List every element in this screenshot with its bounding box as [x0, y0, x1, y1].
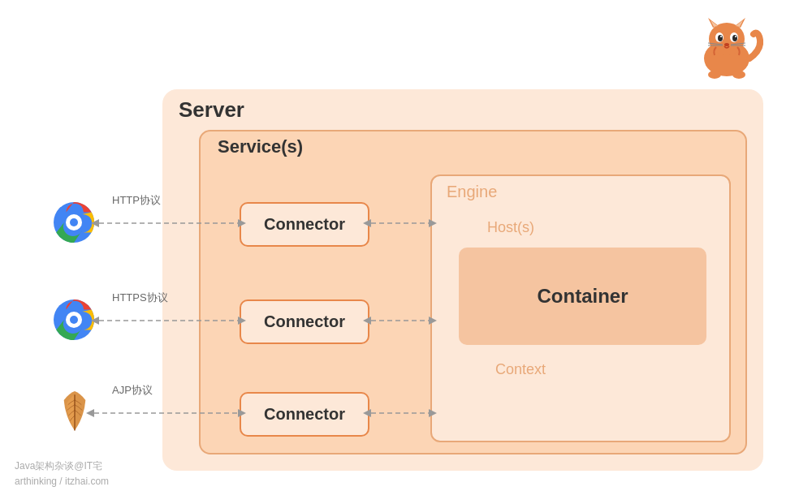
watermark: Java架构杂谈@IT宅 arthinking / itzhai.com [15, 459, 109, 489]
diagram-container: Server Service(s) Engine Host(s) Contain… [0, 0, 812, 504]
engine-label: Engine [447, 183, 497, 201]
svg-point-22 [70, 218, 78, 226]
svg-point-10 [720, 36, 722, 37]
connector-label-1: Connector [264, 215, 345, 234]
svg-point-11 [735, 36, 736, 37]
svg-point-12 [724, 43, 729, 46]
svg-point-9 [732, 35, 737, 41]
svg-point-18 [732, 71, 745, 79]
protocol-label-2: HTTPS协议 [112, 291, 168, 305]
watermark-line2: arthinking / itzhai.com [15, 474, 109, 489]
svg-point-8 [718, 35, 723, 41]
server-label: Server [179, 97, 244, 123]
connector-box-1: Connector [240, 202, 369, 247]
protocol-label-3: AJP协议 [112, 383, 153, 398]
connector-label-2: Connector [264, 312, 345, 331]
connector-label-3: Connector [264, 405, 345, 424]
tomcat-icon [690, 16, 763, 81]
browser-icon-2 [53, 299, 95, 341]
svg-point-26 [70, 316, 78, 324]
connector-box-2: Connector [240, 299, 369, 344]
browser-icon-1 [53, 201, 95, 243]
protocol-label-1: HTTP协议 [112, 193, 161, 208]
context-label: Context [495, 361, 546, 378]
services-label: Service(s) [218, 136, 303, 157]
container-box: Container [459, 248, 706, 345]
connector-box-3: Connector [240, 392, 369, 437]
feather-icon [58, 390, 101, 432]
container-label: Container [537, 285, 628, 308]
watermark-line1: Java架构杂谈@IT宅 [15, 459, 109, 474]
svg-point-17 [708, 71, 721, 79]
host-label: Host(s) [487, 219, 534, 236]
